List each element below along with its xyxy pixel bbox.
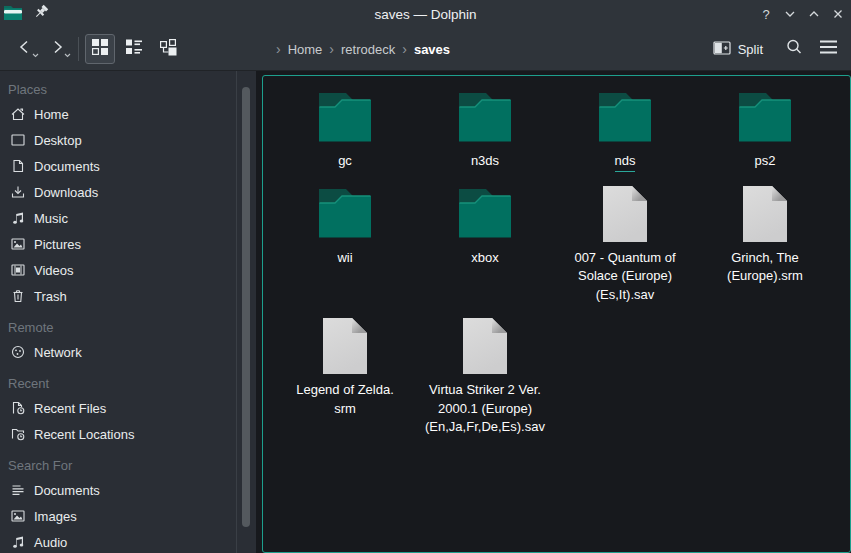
sidebar-groove — [236, 71, 237, 553]
sidebar-section-header: Places — [0, 79, 256, 101]
search-documents-icon — [10, 482, 26, 498]
split-icon — [713, 40, 731, 59]
sidebar-item-label: Documents — [34, 159, 100, 174]
folder-item[interactable]: xbox — [415, 187, 555, 305]
sidebar-item-videos[interactable]: Videos — [0, 257, 256, 283]
sidebar-item-desktop[interactable]: Desktop — [0, 127, 256, 153]
sidebar-item-music[interactable]: Music — [0, 205, 256, 231]
folder-icon — [319, 93, 371, 146]
maximize-icon[interactable] — [802, 0, 826, 28]
home-icon — [10, 106, 26, 122]
documents-icon — [10, 158, 26, 174]
breadcrumb-item-retrodeck[interactable]: retrodeck — [341, 42, 395, 57]
folder-icon — [739, 93, 791, 146]
sidebar-item-label: Music — [34, 211, 68, 226]
sidebar-item-images[interactable]: Images — [0, 503, 256, 529]
item-label: n3ds — [471, 152, 499, 171]
sidebar-item-documents[interactable]: Documents — [0, 477, 256, 503]
close-icon[interactable] — [826, 0, 850, 28]
item-label: Legend of Zelda. srm — [296, 381, 394, 418]
file-icon — [742, 185, 788, 247]
file-item[interactable]: 007 - Quantum of Solace (Europe) (Es,It)… — [555, 187, 695, 305]
recent-locations-icon — [10, 426, 26, 442]
breadcrumb-item-saves[interactable]: saves — [414, 42, 450, 57]
search-icon — [785, 38, 803, 60]
sidebar-section-header: Recent — [0, 373, 256, 395]
folder-icon — [319, 189, 371, 242]
toolbar-separator — [78, 37, 79, 61]
sidebar-item-recent-locations[interactable]: Recent Locations — [0, 421, 256, 447]
compact-view-icon — [125, 38, 143, 60]
split-label: Split — [738, 42, 763, 57]
item-label: Virtua Striker 2 Ver. 2000.1 (Europe) (E… — [425, 381, 545, 437]
titlebar: saves — Dolphin ? — [0, 0, 851, 28]
sidebar-item-label: Downloads — [34, 185, 98, 200]
sidebar-item-label: Images — [34, 509, 77, 524]
forward-button[interactable] — [42, 34, 72, 64]
folder-item[interactable]: wii — [275, 187, 415, 305]
folder-item[interactable]: gc — [275, 90, 415, 172]
icons-view-button[interactable] — [85, 34, 115, 64]
sidebar-item-label: Trash — [34, 289, 67, 304]
file-icon — [602, 185, 648, 247]
compact-view-button[interactable] — [119, 34, 149, 64]
sidebar-item-audio[interactable]: Audio — [0, 529, 256, 553]
dolphin-app-icon — [3, 3, 23, 25]
folder-icon — [459, 93, 511, 146]
hamburger-icon — [819, 39, 838, 59]
search-button[interactable] — [785, 38, 803, 60]
sidebar-item-trash[interactable]: Trash — [0, 283, 256, 309]
images-icon — [10, 508, 26, 524]
window-title: saves — Dolphin — [0, 7, 851, 22]
forward-dropdown-icon[interactable] — [64, 44, 71, 62]
back-button[interactable] — [10, 34, 40, 64]
view-frame: gcn3dsndsps2wiixbox007 - Quantum of Sola… — [262, 75, 851, 553]
folder-item[interactable]: ps2 — [695, 90, 835, 172]
sidebar-item-label: Network — [34, 345, 82, 360]
sidebar-item-downloads[interactable]: Downloads — [0, 179, 256, 205]
breadcrumb-separator-icon: › — [395, 41, 414, 57]
desktop-icon — [10, 132, 26, 148]
network-icon — [10, 344, 26, 360]
split-button[interactable]: Split — [713, 40, 763, 59]
sidebar-item-label: Documents — [34, 483, 100, 498]
folder-item[interactable]: nds — [555, 90, 695, 172]
sidebar-scrollbar[interactable] — [242, 87, 250, 527]
music-icon — [10, 210, 26, 226]
sidebar-item-network[interactable]: Network — [0, 339, 256, 365]
item-label: xbox — [471, 249, 498, 268]
sidebar-section-header: Search For — [0, 455, 256, 477]
icons-view-icon — [91, 38, 109, 60]
file-item[interactable]: Virtua Striker 2 Ver. 2000.1 (Europe) (E… — [415, 319, 555, 437]
breadcrumb-separator-icon: › — [322, 41, 341, 57]
folder-item[interactable]: n3ds — [415, 90, 555, 172]
item-label: Grinch, The (Europe).srm — [727, 249, 803, 286]
downloads-icon — [10, 184, 26, 200]
audio-icon — [10, 534, 26, 550]
places-panel: PlacesHomeDesktopDocumentsDownloadsMusic… — [0, 71, 256, 553]
breadcrumb-item-home[interactable]: Home — [288, 42, 323, 57]
item-label: 007 - Quantum of Solace (Europe) (Es,It)… — [574, 249, 675, 305]
minimize-icon[interactable] — [778, 0, 802, 28]
file-item[interactable]: Grinch, The (Europe).srm — [695, 187, 835, 305]
folder-view: gcn3dsndsps2wiixbox007 - Quantum of Sola… — [256, 71, 851, 553]
sidebar-item-recent-files[interactable]: Recent Files — [0, 395, 256, 421]
item-label: nds — [615, 152, 636, 172]
pin-icon[interactable] — [32, 4, 49, 25]
sidebar-item-label: Recent Locations — [34, 427, 134, 442]
videos-icon — [10, 262, 26, 278]
menu-button[interactable] — [819, 39, 838, 59]
file-icon — [322, 317, 368, 379]
pictures-icon — [10, 236, 26, 252]
breadcrumb: ›Home›retrodeck›saves — [269, 41, 450, 57]
sidebar-item-home[interactable]: Home — [0, 101, 256, 127]
details-view-button[interactable] — [153, 34, 183, 64]
help-icon[interactable]: ? — [754, 0, 778, 28]
svg-text:?: ? — [762, 7, 769, 22]
toolbar: ›Home›retrodeck›saves Split — [0, 28, 851, 71]
sidebar-item-label: Videos — [34, 263, 74, 278]
file-item[interactable]: Legend of Zelda. srm — [275, 319, 415, 437]
sidebar-item-documents[interactable]: Documents — [0, 153, 256, 179]
sidebar-item-pictures[interactable]: Pictures — [0, 231, 256, 257]
back-dropdown-icon[interactable] — [32, 44, 39, 62]
